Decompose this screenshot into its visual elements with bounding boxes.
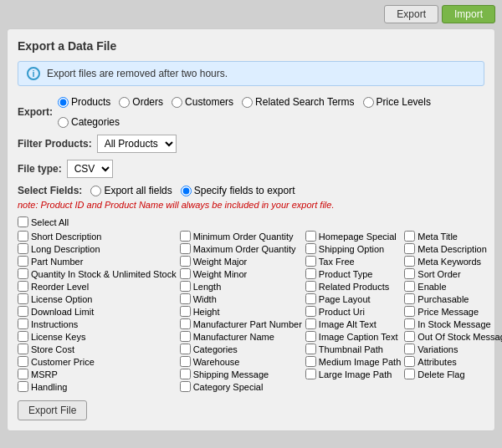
cb-meta-title[interactable]: Meta Title bbox=[404, 231, 502, 242]
select-fields-label: Select Fields: bbox=[18, 185, 82, 196]
cb-qty-stock[interactable]: Quantity In Stock & Unlimited Stock bbox=[18, 268, 177, 279]
cb-categories[interactable]: Categories bbox=[180, 344, 302, 354]
cb-shipping-message[interactable]: Shipping Message bbox=[180, 369, 302, 379]
export-radio-group: Products Orders Customers Related Search… bbox=[58, 96, 484, 128]
cb-meta-keywords[interactable]: Meta Keywords bbox=[404, 256, 502, 267]
export-label: Export: bbox=[18, 106, 53, 118]
cb-tax-free[interactable]: Tax Free bbox=[305, 256, 401, 267]
filetype-select[interactable]: CSV bbox=[67, 160, 113, 178]
cb-short-desc[interactable]: Short Description bbox=[18, 231, 177, 242]
cb-category-special[interactable]: Category Special bbox=[180, 381, 302, 392]
cb-store-cost[interactable]: Store Cost bbox=[18, 344, 177, 354]
select-all-checkbox[interactable] bbox=[18, 216, 28, 227]
select-all-row[interactable]: Select All bbox=[18, 216, 484, 227]
cb-license-keys[interactable]: License Keys bbox=[18, 331, 177, 342]
cb-license-option[interactable]: License Option bbox=[18, 293, 177, 304]
cb-price-message[interactable]: Price Message bbox=[404, 306, 502, 317]
cb-related-products[interactable]: Related Products bbox=[305, 281, 401, 292]
cb-part-number[interactable]: Part Number bbox=[18, 256, 177, 267]
checkbox-grid: Short Description Minimum Order Quantity… bbox=[18, 231, 484, 392]
cb-in-stock-msg[interactable]: In Stock Message bbox=[404, 318, 502, 329]
cb-enable[interactable]: Enable bbox=[404, 281, 502, 292]
filetype-label: File type: bbox=[18, 163, 62, 175]
top-bar: Export Import bbox=[0, 0, 502, 28]
filter-row: Filter Products: All Products bbox=[18, 135, 484, 153]
cb-long-desc[interactable]: Long Description bbox=[18, 243, 177, 254]
radio-specify-fields[interactable]: Specify fields to export bbox=[181, 185, 295, 196]
cb-product-type[interactable]: Product Type bbox=[305, 268, 401, 279]
cb-mfr-name[interactable]: Manufacturer Name bbox=[180, 331, 302, 342]
cb-image-caption[interactable]: Image Caption Text bbox=[305, 331, 401, 342]
cb-reorder-level[interactable]: Reorder Level bbox=[18, 281, 177, 292]
cb-medium-image-path[interactable]: Medium Image Path bbox=[305, 356, 401, 367]
cb-image-alt-text[interactable]: Image Alt Text bbox=[305, 318, 401, 329]
select-fields-row: Select Fields: Export all fields Specify… bbox=[18, 185, 484, 196]
cb-min-order-qty[interactable]: Minimum Order Quantity bbox=[180, 231, 302, 242]
filetype-row: File type: CSV bbox=[18, 160, 484, 178]
cb-out-of-stock-msg[interactable]: Out Of Stock Message bbox=[404, 331, 502, 342]
cb-customer-price[interactable]: Customer Price bbox=[18, 356, 177, 367]
cb-purchasable[interactable]: Purchasable bbox=[404, 293, 502, 304]
cb-height[interactable]: Height bbox=[180, 306, 302, 317]
cb-msrp[interactable]: MSRP bbox=[18, 369, 177, 379]
main-panel: Export a Data File i Export files are re… bbox=[7, 28, 495, 431]
cb-product-uri[interactable]: Product Uri bbox=[305, 306, 401, 317]
cb-download-limit[interactable]: Download Limit bbox=[18, 306, 177, 317]
info-icon: i bbox=[27, 67, 40, 80]
export-file-button[interactable]: Export File bbox=[18, 400, 87, 420]
cb-width[interactable]: Width bbox=[180, 293, 302, 304]
export-tab-button[interactable]: Export bbox=[384, 5, 438, 23]
cb-large-image-path[interactable]: Large Image Path bbox=[305, 369, 401, 379]
radio-products[interactable]: Products bbox=[58, 96, 110, 108]
cb-variations[interactable]: Variations bbox=[404, 344, 502, 354]
radio-related-search[interactable]: Related Search Terms bbox=[242, 96, 355, 108]
info-message: Export files are removed after two hours… bbox=[47, 68, 228, 79]
cb-length[interactable]: Length bbox=[180, 281, 302, 292]
filter-label: Filter Products: bbox=[18, 138, 92, 150]
radio-price-levels[interactable]: Price Levels bbox=[363, 96, 431, 108]
radio-export-all[interactable]: Export all fields bbox=[90, 185, 172, 196]
cb-warehouse[interactable]: Warehouse bbox=[180, 356, 302, 367]
cb-thumbnail-path[interactable]: Thumbnail Path bbox=[305, 344, 401, 354]
cb-weight-major[interactable]: Weight Major bbox=[180, 256, 302, 267]
export-row: Export: Products Orders Customers Relate… bbox=[18, 96, 484, 128]
cb-shipping-option[interactable]: Shipping Option bbox=[305, 243, 401, 254]
cb-instructions[interactable]: Instructions bbox=[18, 318, 177, 329]
cb-max-order-qty[interactable]: Maximum Order Quantity bbox=[180, 243, 302, 254]
cb-attributes[interactable]: Attributes bbox=[404, 356, 502, 367]
panel-title: Export a Data File bbox=[18, 39, 484, 53]
select-all-label: Select All bbox=[31, 217, 69, 227]
cb-weight-minor[interactable]: Weight Minor bbox=[180, 268, 302, 279]
info-box: i Export files are removed after two hou… bbox=[18, 61, 484, 86]
cb-meta-desc[interactable]: Meta Description bbox=[404, 243, 502, 254]
cb-page-layout[interactable]: Page Layout bbox=[305, 293, 401, 304]
radio-customers[interactable]: Customers bbox=[172, 96, 233, 108]
cb-sort-order[interactable]: Sort Order bbox=[404, 268, 502, 279]
cb-delete-flag[interactable]: Delete Flag bbox=[404, 369, 502, 379]
cb-handling[interactable]: Handling bbox=[18, 381, 177, 392]
import-tab-button[interactable]: Import bbox=[442, 5, 495, 23]
cb-homepage-special[interactable]: Homepage Special bbox=[305, 231, 401, 242]
note-text: note: Product ID and Product Name will a… bbox=[18, 200, 484, 210]
filter-select[interactable]: All Products bbox=[97, 135, 177, 153]
radio-orders[interactable]: Orders bbox=[119, 96, 163, 108]
cb-mfr-part-number[interactable]: Manufacturer Part Number bbox=[180, 318, 302, 329]
radio-categories[interactable]: Categories bbox=[58, 116, 120, 128]
